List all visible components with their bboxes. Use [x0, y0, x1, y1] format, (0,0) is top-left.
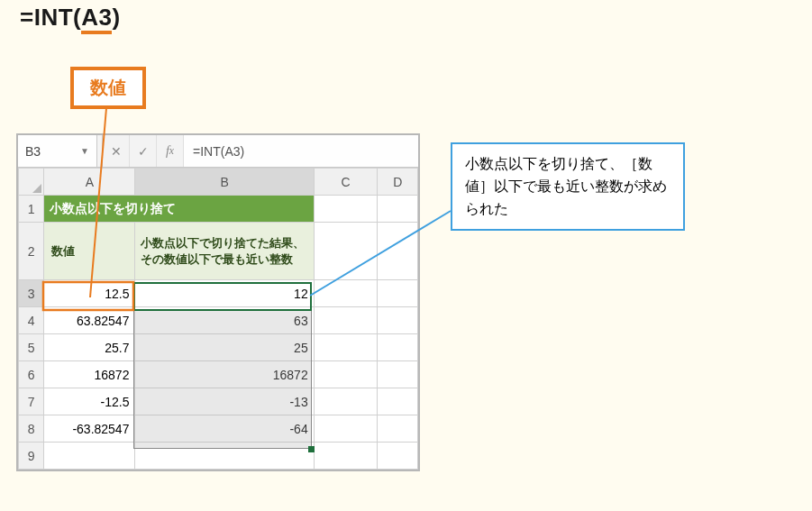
cell-B4-value: 63 [135, 307, 313, 333]
cell-C5[interactable] [314, 334, 378, 361]
chevron-down-icon[interactable]: ▼ [80, 146, 89, 156]
header-B2-text: 小数点以下で切り捨てた結果、その数値以下で最も近い整数 [135, 223, 313, 279]
explanation-text: 小数点以下を切り捨て、［数値］以下で最も近い整数が求められた [465, 156, 667, 216]
formula-title: =INT(A3) [20, 4, 121, 32]
explanation-box: 小数点以下を切り捨て、［数値］以下で最も近い整数が求められた [451, 142, 685, 231]
cell-A5-value: 25.7 [44, 334, 134, 360]
cell-A3[interactable]: 12.5 [44, 280, 135, 307]
cell-C2[interactable] [314, 223, 378, 280]
row-header-8[interactable]: 8 [19, 415, 44, 443]
fx-icon[interactable]: fx [157, 135, 184, 167]
fill-handle[interactable] [308, 446, 315, 452]
cell-A7[interactable]: -12.5 [44, 388, 135, 415]
header-A2[interactable]: 数値 [44, 223, 135, 280]
cell-A4[interactable]: 63.82547 [44, 307, 135, 334]
cell-C1[interactable] [314, 196, 378, 223]
formula-prefix: =INT( [20, 4, 81, 31]
cell-A3-value: 12.5 [44, 280, 134, 306]
cell-B5[interactable]: 25 [135, 334, 314, 361]
row-header-1[interactable]: 1 [19, 196, 44, 223]
cell-D3[interactable] [378, 280, 418, 307]
cell-A4-value: 63.82547 [44, 307, 134, 333]
cell-B8[interactable]: -64 [135, 415, 314, 443]
cell-A6-value: 16872 [44, 361, 134, 388]
formula-input-text: =INT(A3) [193, 144, 244, 159]
cell-A8[interactable]: -63.82547 [44, 415, 135, 443]
cell-C6[interactable] [314, 361, 378, 388]
cell-B7-value: -13 [135, 388, 313, 415]
table-title[interactable]: 小数点以下を切り捨て [44, 196, 314, 223]
cell-D4[interactable] [378, 307, 418, 334]
formula-suffix: ) [112, 4, 120, 31]
cell-C3[interactable] [314, 280, 378, 307]
row-header-2[interactable]: 2 [19, 223, 44, 280]
table-title-text: 小数点以下を切り捨て [44, 196, 313, 222]
row-header-4[interactable]: 4 [19, 307, 44, 334]
cell-B7[interactable]: -13 [135, 388, 314, 415]
cell-A8-value: -63.82547 [44, 415, 134, 442]
spreadsheet-grid[interactable]: A B C D 1 小数点以下を切り捨て 2 数値 小数点 [18, 168, 418, 470]
cell-B4[interactable]: 63 [135, 307, 314, 334]
col-header-A[interactable]: A [44, 169, 135, 196]
header-B2[interactable]: 小数点以下で切り捨てた結果、その数値以下で最も近い整数 [135, 223, 314, 280]
callout-label: 数値 [90, 78, 126, 97]
col-header-D[interactable]: D [378, 169, 418, 196]
row-header-3[interactable]: 3 [19, 280, 44, 307]
header-A2-text: 数値 [44, 223, 134, 279]
col-header-C[interactable]: C [314, 169, 378, 196]
row-header-6[interactable]: 6 [19, 361, 44, 388]
cell-A5[interactable]: 25.7 [44, 334, 135, 361]
cell-B9[interactable] [135, 443, 314, 470]
cell-B6-value: 16872 [135, 361, 313, 388]
cell-B3[interactable]: 12 [135, 280, 314, 307]
cell-D8[interactable] [378, 415, 418, 443]
cell-A9[interactable] [44, 443, 135, 470]
cancel-icon[interactable]: ✕ [103, 135, 130, 167]
select-all-corner[interactable] [19, 169, 44, 196]
formula-input[interactable]: =INT(A3) [184, 135, 418, 167]
cell-D9[interactable] [378, 443, 418, 470]
row-header-5[interactable]: 5 [19, 334, 44, 361]
cell-A6[interactable]: 16872 [44, 361, 135, 388]
cell-A7-value: -12.5 [44, 388, 134, 415]
row-header-7[interactable]: 7 [19, 388, 44, 415]
cell-B5-value: 25 [135, 334, 313, 360]
cell-C7[interactable] [314, 388, 378, 415]
confirm-icon[interactable]: ✓ [130, 135, 157, 167]
cell-B8-value: -64 [135, 415, 313, 442]
cell-D2[interactable] [378, 223, 418, 280]
cell-C9[interactable] [314, 443, 378, 470]
row-header-9[interactable]: 9 [19, 443, 44, 470]
name-box[interactable]: B3 ▼ [18, 135, 97, 167]
cell-D5[interactable] [378, 334, 418, 361]
callout-numeric: 数値 [70, 67, 146, 109]
cell-D7[interactable] [378, 388, 418, 415]
name-box-value: B3 [25, 144, 41, 159]
cell-D1[interactable] [378, 196, 418, 223]
cell-C4[interactable] [314, 307, 378, 334]
cell-B6[interactable]: 16872 [135, 361, 314, 388]
formula-arg: A3 [81, 4, 112, 34]
cell-D6[interactable] [378, 361, 418, 388]
cell-B3-value: 12 [135, 280, 313, 306]
formula-bar: B3 ▼ ✕ ✓ fx =INT(A3) [18, 135, 418, 168]
col-header-B[interactable]: B [135, 169, 314, 196]
excel-window: B3 ▼ ✕ ✓ fx =INT(A3) A B C D 1 小数点以下を切り捨… [16, 133, 420, 471]
cell-C8[interactable] [314, 415, 378, 443]
